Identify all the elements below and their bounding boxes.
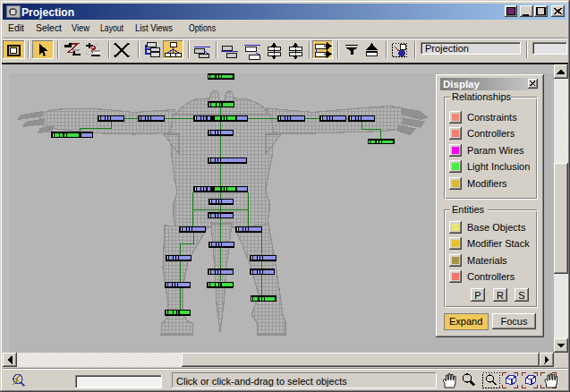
svg-text:Options: Options	[189, 22, 216, 33]
svg-text:R: R	[497, 290, 504, 301]
svg-text:Display: Display	[443, 79, 481, 89]
svg-text:Controllers: Controllers	[467, 128, 515, 139]
svg-text:Relationships: Relationships	[452, 91, 512, 102]
svg-text:Projection: Projection	[425, 43, 469, 54]
svg-text:Light Inclusion: Light Inclusion	[467, 161, 530, 172]
svg-text:Entities: Entities	[452, 204, 485, 215]
svg-text:Modifiers: Modifiers	[467, 178, 507, 189]
svg-text:List Views: List Views	[135, 22, 173, 33]
svg-text:View: View	[72, 22, 89, 33]
svg-text:Controllers: Controllers	[467, 271, 515, 282]
svg-text:Layout: Layout	[100, 22, 123, 33]
svg-text:Modifier Stack: Modifier Stack	[467, 238, 530, 249]
svg-text:Param Wires: Param Wires	[467, 145, 524, 156]
svg-text:Materials: Materials	[467, 255, 507, 266]
svg-text:Edit: Edit	[8, 22, 24, 33]
svg-text:Focus: Focus	[501, 316, 528, 327]
svg-text:Select: Select	[36, 22, 62, 33]
svg-text:S: S	[518, 290, 524, 301]
svg-text:Projection: Projection	[21, 6, 74, 19]
svg-text:Expand: Expand	[449, 316, 482, 327]
svg-text:Click or click-and-drag to sel: Click or click-and-drag to select object…	[176, 376, 347, 387]
svg-text:Base Objects: Base Objects	[467, 222, 526, 233]
svg-text:P: P	[474, 290, 481, 301]
svg-text:Constraints: Constraints	[467, 112, 517, 123]
